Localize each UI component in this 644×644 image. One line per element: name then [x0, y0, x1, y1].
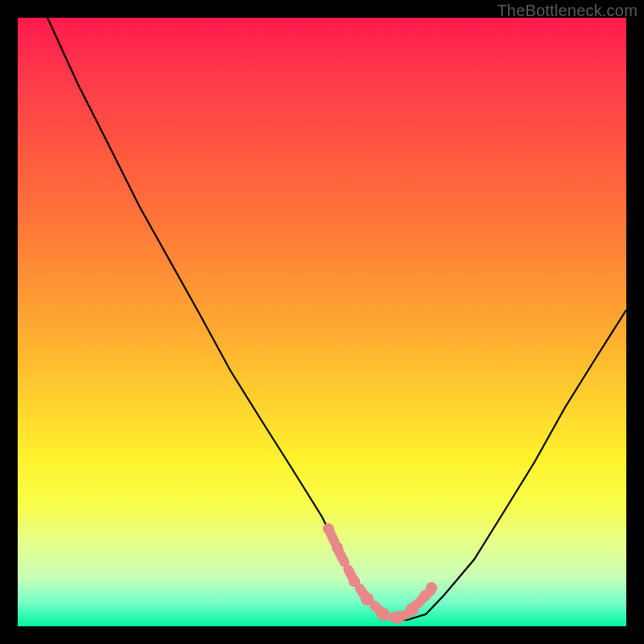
plot-area	[18, 18, 626, 626]
highlight-node	[361, 592, 374, 605]
main-curve	[47, 18, 626, 620]
watermark-text: TheBottleneck.com	[497, 2, 638, 20]
highlight-node	[332, 542, 343, 553]
chart-frame: TheBottleneck.com	[0, 0, 644, 644]
highlight-node	[391, 611, 404, 624]
highlight-node	[323, 523, 334, 535]
highlight-node	[426, 582, 437, 593]
highlight-node	[349, 576, 360, 587]
bottleneck-curve-svg	[18, 18, 626, 626]
highlight-node	[377, 608, 390, 621]
highlight-node	[406, 603, 419, 616]
highlight-segment	[328, 529, 431, 617]
